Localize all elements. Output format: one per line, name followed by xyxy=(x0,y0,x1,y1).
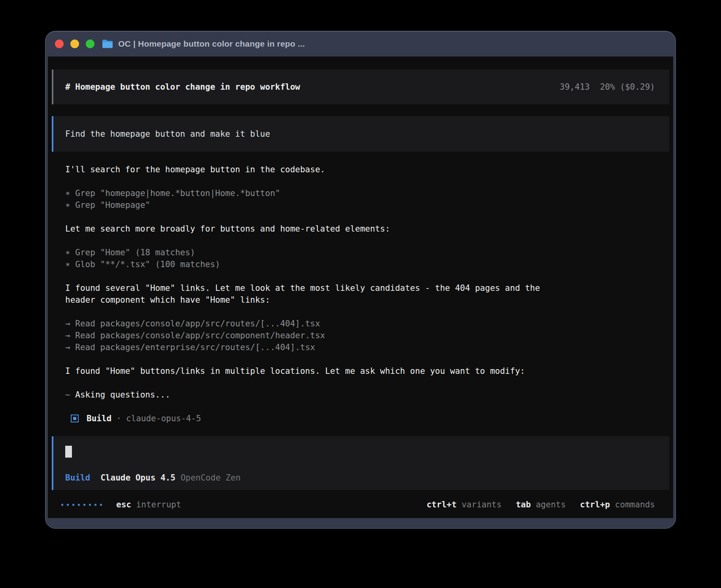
tool-call-read: → Read packages/console/app/src/routes/[… xyxy=(65,318,669,330)
terminal-content: # Homepage button color change in repo w… xyxy=(48,57,673,518)
asterisk-marker-icon: ∗ xyxy=(65,260,70,269)
progress-dots-icon xyxy=(61,504,102,506)
tool-call-grep: ∗ Grep "Homepage" xyxy=(65,199,669,211)
traffic-lights xyxy=(55,40,94,48)
prompt-input[interactable]: Build Claude Opus 4.5 OpenCode Zen xyxy=(52,436,669,490)
tool-call-group: ∗ Grep "homepage|home.*button|Home.*butt… xyxy=(65,187,669,211)
status-left: esc interrupt xyxy=(61,499,181,511)
agent-model: claude-opus-4-5 xyxy=(126,413,201,424)
assistant-paragraph: Let me search more broadly for buttons a… xyxy=(65,223,669,235)
composer-meta: Build Claude Opus 4.5 OpenCode Zen xyxy=(65,472,657,484)
desktop-background: OC | Homepage button color change in rep… xyxy=(0,0,721,588)
user-message-text: Find the homepage button and make it blu… xyxy=(65,128,270,140)
session-stats: 39,413 20% ($0.29) xyxy=(560,81,655,93)
tool-call-grep: ∗ Grep "homepage|home.*button|Home.*butt… xyxy=(65,187,669,199)
context-cost: 20% ($0.29) xyxy=(600,81,655,93)
asterisk-marker-icon: ∗ xyxy=(65,248,70,257)
asterisk-marker-icon: ∗ xyxy=(65,188,70,198)
session-header: # Homepage button color change in repo w… xyxy=(52,70,669,104)
window-titlebar[interactable]: OC | Homepage button color change in rep… xyxy=(45,31,676,57)
tool-call-glob: ∗ Glob "**/*.tsx" (100 matches) xyxy=(65,258,669,270)
arrow-marker-icon: → xyxy=(65,343,70,352)
composer-mode[interactable]: Build xyxy=(65,472,90,484)
hint-interrupt: esc interrupt xyxy=(116,499,181,511)
tool-call-group: → Read packages/console/app/src/routes/[… xyxy=(65,318,669,353)
text-cursor xyxy=(65,446,72,458)
close-button[interactable] xyxy=(55,40,64,48)
asterisk-marker-icon: ∗ xyxy=(65,200,70,210)
tool-call-read: → Read packages/console/app/src/componen… xyxy=(65,330,669,341)
hint-variants: ctrl+t variants xyxy=(427,499,502,511)
hint-agents: tab agents xyxy=(516,499,566,511)
arrow-marker-icon: → xyxy=(65,331,70,340)
agent-badge: Build · claude-opus-4-5 xyxy=(65,413,669,424)
window-title: OC | Homepage button color change in rep… xyxy=(118,39,305,49)
arrow-marker-icon: → xyxy=(65,319,70,328)
zoom-button[interactable] xyxy=(86,40,94,48)
assistant-paragraph: I found "Home" buttons/links in multiple… xyxy=(65,365,669,377)
composer-provider: OpenCode Zen xyxy=(181,472,241,484)
folder-icon xyxy=(102,39,113,49)
separator-dot: · xyxy=(116,413,121,424)
agent-name: Build xyxy=(87,413,111,424)
build-agent-icon xyxy=(71,415,79,422)
status-bar: esc interrupt ctrl+t variants tab agents… xyxy=(52,499,669,511)
user-message: Find the homepage button and make it blu… xyxy=(52,116,669,152)
assistant-paragraph: I found several "Home" links. Let me loo… xyxy=(65,282,669,306)
token-count: 39,413 xyxy=(560,81,590,93)
session-title: # Homepage button color change in repo w… xyxy=(65,81,300,93)
assistant-paragraph: I'll search for the homepage button in t… xyxy=(65,164,669,175)
tool-call-grep: ∗ Grep "Home" (18 matches) xyxy=(65,247,669,258)
conversation: I'll search for the homepage button in t… xyxy=(48,164,673,424)
tool-call-group: ∗ Grep "Home" (18 matches) ∗ Glob "**/*.… xyxy=(65,247,669,270)
title-group: OC | Homepage button color change in rep… xyxy=(102,39,305,49)
hint-commands: ctrl+p commands xyxy=(580,499,655,511)
status-right: ctrl+t variants tab agents ctrl+p comman… xyxy=(427,499,655,511)
tilde-marker-icon: ~ xyxy=(65,390,70,400)
minimize-button[interactable] xyxy=(70,40,79,48)
tool-call-read: → Read packages/enterprise/src/routes/[.… xyxy=(65,341,669,353)
terminal-window: OC | Homepage button color change in rep… xyxy=(45,31,676,529)
composer-model[interactable]: Claude Opus 4.5 xyxy=(100,472,176,484)
working-status: ~ Asking questions... xyxy=(65,389,669,401)
